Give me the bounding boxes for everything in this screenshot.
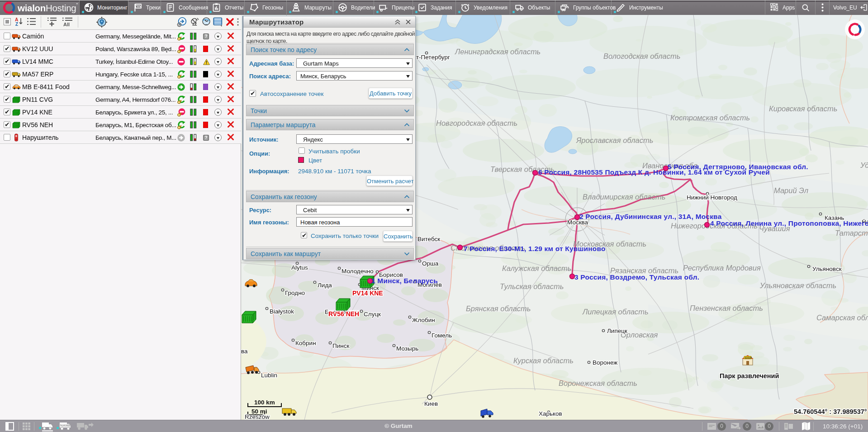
svg-text:Марий Эл: Марий Эл <box>774 186 808 195</box>
svg-text:Киев: Киев <box>424 400 438 407</box>
svg-text:Слуцк: Слуцк <box>364 311 381 318</box>
svg-text:Ульяновская область: Ульяновская область <box>759 281 836 290</box>
svg-text:Молодечно: Молодечно <box>342 268 374 275</box>
svg-text:Самарская обл: Самарская обл <box>816 313 868 322</box>
svg-text:100 km: 100 km <box>254 399 275 406</box>
svg-text:Татарстан: Татарстан <box>835 229 868 237</box>
svg-text:Орша: Орша <box>422 260 439 267</box>
svg-text:Кировская область: Кировская область <box>769 104 837 113</box>
svg-text:Lublin: Lublin <box>261 372 277 379</box>
svg-text:Лида: Лида <box>318 282 332 289</box>
svg-text:Липецк: Липецк <box>607 328 627 334</box>
svg-text:Вологодская область: Вологодская область <box>603 52 680 60</box>
svg-text:Ульяновск: Ульяновск <box>812 266 842 272</box>
svg-text:7 Россия, Е30-М1, 1.29 км от К: 7 Россия, Е30-М1, 1.29 км от Кувшиново <box>464 245 606 252</box>
svg-text:54.760544° : 37.989537°: 54.760544° : 37.989537° <box>794 408 867 415</box>
svg-text:PV14 KNE: PV14 KNE <box>352 290 383 297</box>
svg-text:Калужская область: Калужская область <box>502 264 572 272</box>
svg-text:Курская область: Курская область <box>513 356 574 365</box>
svg-text:Парк развлечений: Парк развлечений <box>720 372 779 380</box>
svg-text:Республика Мордовия: Республика Мордовия <box>683 264 761 272</box>
svg-text:SHOP: SHOP <box>745 356 752 359</box>
svg-text:Białystok: Białystok <box>270 308 294 315</box>
svg-text:1 Минск, Беларусь: 1 Минск, Беларусь <box>371 277 438 285</box>
svg-text:Ленинградская область: Ленинградская область <box>455 47 541 56</box>
svg-text:Харьков: Харьков <box>539 410 562 417</box>
svg-text:Владимирская область: Владимирская область <box>583 193 665 201</box>
svg-text:?: ? <box>205 135 208 140</box>
svg-text:4 Россия, Ленина ул., Протопоп: 4 Россия, Ленина ул., Протопоповка, Ниже… <box>710 219 868 227</box>
svg-text:Тульская область: Тульская область <box>500 282 564 290</box>
svg-text:2 Россия, Дубининская ул., 31А: 2 Россия, Дубининская ул., 31А, Москва <box>579 213 722 220</box>
svg-text:Rzeszów: Rzeszów <box>245 413 270 420</box>
svg-text:Нижний Новгород: Нижний Новгород <box>687 194 737 201</box>
svg-text:Воронежская область: Воронежская область <box>559 379 637 387</box>
svg-text:Пинск: Пинск <box>332 342 349 349</box>
svg-text:All: All <box>63 22 70 27</box>
svg-text:?: ? <box>205 34 208 39</box>
svg-text:ва: ва <box>241 348 248 355</box>
svg-text:Брянская область: Брянская область <box>466 304 531 313</box>
svg-text:Жлобин: Жлобин <box>412 317 435 323</box>
svg-text:Кобрин: Кобрин <box>295 340 316 347</box>
svg-text:Витебск: Витебск <box>417 236 440 242</box>
svg-text:RV56 NEH: RV56 NEH <box>328 310 359 318</box>
svg-text:3 Россия, Воздремо, Тульская о: 3 Россия, Воздремо, Тульская обл. <box>574 273 699 281</box>
svg-text:Костромская область: Костромская область <box>670 114 750 122</box>
svg-text:Гомель: Гомель <box>432 332 452 339</box>
svg-text:Липецкая область: Липецкая область <box>582 308 649 316</box>
svg-text:Мозырь: Мозырь <box>396 345 418 352</box>
svg-text:6 Россия, 28Н0535 Подъезд К д.: 6 Россия, 28Н0535 Подъезд К д. Новинки, … <box>538 168 770 176</box>
svg-text:Пензенская область: Пензенская область <box>690 304 763 312</box>
svg-text:Воронеж: Воронеж <box>593 359 617 366</box>
svg-text:Удмур: Удмур <box>860 161 868 169</box>
svg-text:Гродно: Гродно <box>285 290 305 296</box>
svg-text:Новгородская область: Новгородская область <box>436 119 517 127</box>
svg-text:Z: Z <box>15 22 18 26</box>
svg-text:Alytus: Alytus <box>291 264 308 271</box>
svg-text:Ярославская область: Ярославская область <box>576 136 653 144</box>
